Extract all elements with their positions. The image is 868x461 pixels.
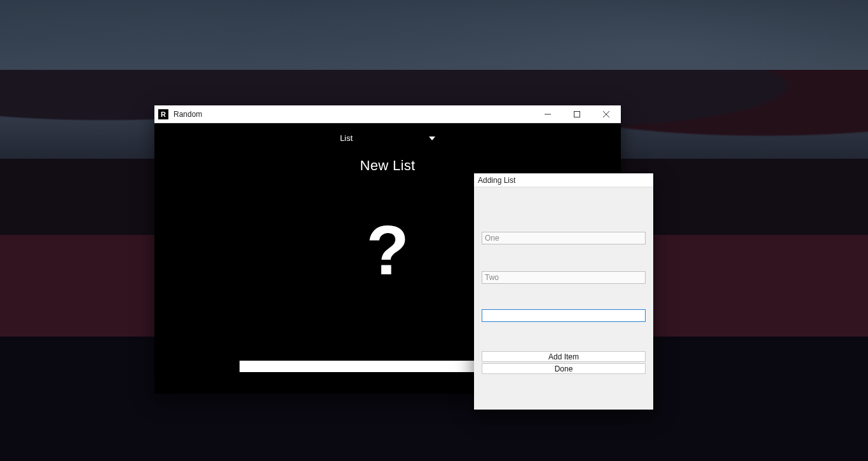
list-item-input-3[interactable] [482,309,646,322]
dialog-body: Add Item Done [474,187,653,410]
window-controls [533,105,621,123]
list-item-input-1[interactable] [482,232,646,244]
maximize-icon [574,111,580,117]
dialog-titlebar[interactable]: Adding List [474,173,653,187]
add-item-label: Add Item [548,352,579,361]
chevron-down-icon [429,137,435,140]
mode-selector[interactable]: List [154,133,621,143]
window-title: Random [173,110,202,119]
minimize-icon [545,111,551,117]
close-button[interactable] [592,105,621,123]
dialog-title: Adding List [478,176,515,185]
add-item-button[interactable]: Add Item [482,351,646,362]
desktop-wallpaper: R Random List New List ? [0,0,868,461]
minimize-button[interactable] [533,105,562,123]
adding-list-dialog: Adding List Add Item Done [474,173,653,410]
maximize-button[interactable] [562,105,592,123]
mode-label: List [340,133,353,143]
main-window-titlebar[interactable]: R Random [154,105,621,123]
svg-rect-1 [574,111,580,117]
done-button[interactable]: Done [482,363,646,374]
app-icon: R [158,109,168,119]
done-label: Done [555,364,573,373]
list-item-input-2[interactable] [482,271,646,284]
close-icon [603,111,609,117]
list-title: New List [154,157,621,174]
